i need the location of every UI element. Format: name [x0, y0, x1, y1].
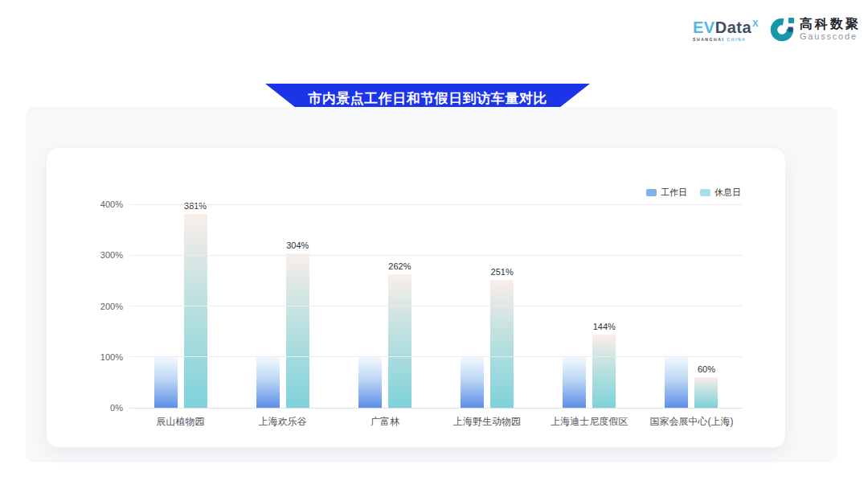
- evdata-wordmark: EVDataX: [693, 19, 759, 35]
- x-axis-category-label: 辰山植物园: [157, 415, 205, 429]
- page: EVDataX SHANGHAICHINA 高科数聚 Gausscode 市内景…: [0, 0, 868, 489]
- bar-workday[interactable]: [256, 357, 280, 408]
- gausscode-name-cn: 高科数聚: [800, 17, 861, 31]
- bar-value-label: 60%: [698, 364, 715, 374]
- bar-value-label: 262%: [388, 261, 411, 271]
- y-axis-tick-label: 0%: [110, 403, 123, 413]
- gridline: [129, 255, 743, 256]
- bar-workday[interactable]: [358, 357, 382, 408]
- bar-restday[interactable]: 60%: [694, 377, 718, 408]
- y-axis-tick-label: 400%: [100, 199, 123, 209]
- gausscode-logo: 高科数聚 Gausscode: [770, 16, 861, 42]
- bar-value-label: 144%: [593, 322, 616, 331]
- legend-label-restday: 休息日: [714, 187, 741, 199]
- legend-item-workday[interactable]: 工作日: [646, 187, 687, 199]
- y-axis-tick-label: 100%: [100, 352, 123, 362]
- bar-value-label: 381%: [184, 201, 207, 211]
- bar-workday[interactable]: [563, 357, 586, 408]
- legend-label-workday: 工作日: [661, 187, 687, 199]
- evdata-wordmark-data: Data: [715, 18, 751, 36]
- gausscode-text: 高科数聚 Gausscode: [800, 17, 861, 41]
- plot-area: 0%100%200%300%400% 381%辰山植物园304%上海欢乐谷262…: [129, 204, 743, 408]
- gridline: [129, 204, 743, 205]
- bar-restday[interactable]: 262%: [388, 274, 411, 408]
- chart-legend: 工作日 休息日: [646, 187, 741, 199]
- gridline: [129, 356, 743, 357]
- bar-value-label: 251%: [491, 267, 514, 277]
- legend-marker-workday-icon: [646, 189, 657, 196]
- x-axis-category-label: 上海迪士尼度假区: [551, 415, 628, 429]
- y-axis-tick-label: 200%: [100, 302, 123, 311]
- bar-restday[interactable]: 304%: [286, 253, 309, 408]
- bar-restday[interactable]: 381%: [184, 214, 207, 408]
- evdata-subtitle: SHANGHAICHINA: [693, 38, 759, 42]
- bar-workday[interactable]: [665, 357, 688, 408]
- chart-card: 工作日 休息日 0%100%200%300%400% 381%辰山植物园304%…: [46, 147, 786, 448]
- evdata-wordmark-x: X: [752, 18, 759, 28]
- bar-value-label: 304%: [286, 240, 309, 250]
- y-axis: 0%100%200%300%400%: [80, 204, 123, 408]
- gausscode-name-en: Gausscode: [800, 31, 861, 41]
- bar-workday[interactable]: [154, 357, 178, 408]
- x-axis-category-label: 广富林: [371, 415, 399, 429]
- x-axis-category-label: 上海欢乐谷: [259, 415, 307, 429]
- x-axis-category-label: 上海野生动物园: [453, 415, 521, 429]
- evdata-wordmark-ev: EV: [693, 18, 715, 36]
- y-axis-tick-label: 300%: [100, 250, 123, 260]
- bar-restday[interactable]: 251%: [490, 280, 514, 408]
- legend-marker-restday-icon: [700, 189, 710, 196]
- gausscode-mark-icon: [770, 16, 796, 42]
- gridline: [129, 306, 743, 306]
- legend-item-restday[interactable]: 休息日: [700, 187, 741, 199]
- x-axis-line: [129, 408, 743, 409]
- bar-workday[interactable]: [461, 357, 484, 408]
- x-axis-category-label: 国家会展中心(上海): [649, 415, 733, 429]
- bar-restday[interactable]: 144%: [592, 335, 616, 408]
- evdata-logo: EVDataX SHANGHAICHINA: [693, 19, 759, 42]
- page-title: 市内景点工作日和节假日到访车量对比: [308, 89, 547, 108]
